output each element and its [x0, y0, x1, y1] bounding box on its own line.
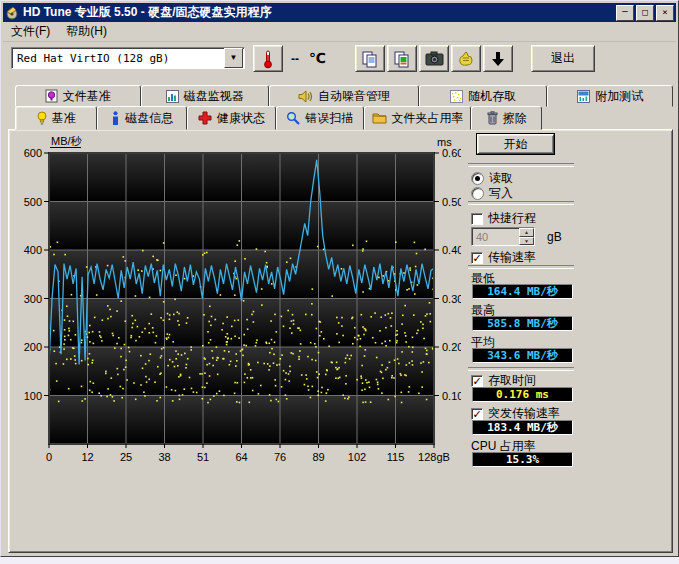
tab-label: 磁盘监视器	[184, 88, 244, 105]
spin-down-icon[interactable]: ▼	[519, 237, 534, 246]
tab-label: 基准	[52, 110, 76, 127]
transfer-rate-row[interactable]: ✓ 传输速率	[471, 249, 536, 266]
tab-label: 随机存取	[468, 88, 516, 105]
separator	[468, 265, 574, 269]
tab-label: 错误扫描	[305, 110, 353, 127]
temperature-value: --	[291, 52, 299, 66]
hand-gear-icon	[457, 50, 475, 68]
speaker-icon	[298, 90, 313, 103]
chevron-down-icon[interactable]: ▼	[224, 48, 243, 68]
screenshot-button[interactable]	[419, 45, 449, 72]
tab-label: 文件基准	[63, 88, 111, 105]
temperature-button[interactable]	[253, 45, 283, 72]
tab-health[interactable]: 健康状态	[187, 106, 275, 130]
thermometer-icon	[262, 49, 274, 69]
svg-text:0.30: 0.30	[442, 293, 461, 305]
start-button[interactable]: 开始	[477, 134, 554, 154]
tab-row-front: 基准 磁盘信息 健康状态 错误扫描	[15, 106, 542, 130]
tab-label: 擦除	[503, 110, 527, 127]
temperature-unit: ℃	[309, 50, 326, 66]
window-bottom-edge	[0, 557, 679, 564]
file-benchmark-icon	[45, 89, 58, 103]
random-dots-icon	[450, 90, 463, 103]
options-button[interactable]	[451, 45, 481, 72]
health-cross-icon	[198, 111, 212, 125]
transfer-rate-label: 传输速率	[488, 249, 536, 266]
short-stroke-spinner[interactable]: 40 ▲ ▼	[471, 227, 535, 246]
drive-select[interactable]: Red Hat VirtIO (128 gB) ▼	[11, 47, 245, 69]
separator	[468, 163, 574, 167]
tab-extra-tests[interactable]: 附加测试	[547, 85, 673, 107]
write-radio-label: 写入	[489, 185, 513, 202]
title-bar: HD Tune 专业版 5.50 - 硬盘/固态硬盘实用程序 ─ □ ×	[3, 3, 676, 22]
app-window: HD Tune 专业版 5.50 - 硬盘/固态硬盘实用程序 ─ □ × 文件(…	[0, 0, 679, 557]
svg-text:0.10: 0.10	[442, 390, 461, 402]
menu-help[interactable]: 帮助(H)	[58, 21, 115, 42]
tab-erase[interactable]: 擦除	[471, 106, 542, 130]
burst-rate-checkbox[interactable]: ✓	[471, 408, 483, 420]
short-stroke-unit: gB	[547, 230, 562, 244]
benchmark-chart: MB/秒ms6005004003002001000.600.500.400.30…	[1, 129, 461, 474]
max-value-display: 585.8 MB/秒	[472, 316, 573, 331]
svg-text:102: 102	[348, 451, 366, 463]
svg-text:0.20: 0.20	[442, 341, 461, 353]
read-radio[interactable]	[471, 172, 484, 185]
separator	[468, 367, 574, 371]
magnifier-icon	[286, 111, 300, 125]
short-stroke-value: 40	[472, 231, 519, 243]
svg-text:89: 89	[312, 451, 324, 463]
hdtune-app-icon	[5, 6, 19, 20]
svg-text:0: 0	[46, 451, 52, 463]
svg-text:128gB: 128gB	[418, 451, 450, 463]
download-results-button[interactable]	[483, 45, 513, 72]
short-stroke-label: 快捷行程	[488, 210, 536, 227]
tab-label: 附加测试	[595, 88, 643, 105]
write-radio[interactable]	[471, 187, 484, 200]
tab-disk-info[interactable]: 磁盘信息	[97, 106, 187, 130]
avg-value-display: 343.6 MB/秒	[472, 348, 573, 363]
svg-text:12: 12	[81, 451, 93, 463]
svg-text:100: 100	[24, 390, 42, 402]
tab-label: 健康状态	[217, 110, 265, 127]
exit-button[interactable]: 退出	[531, 45, 595, 72]
maximize-button[interactable]: □	[636, 5, 654, 21]
svg-text:38: 38	[158, 451, 170, 463]
trash-icon	[487, 111, 498, 125]
menu-file[interactable]: 文件(F)	[3, 21, 58, 42]
down-arrow-icon	[490, 50, 506, 68]
tab-folder-usage[interactable]: 文件夹占用率	[364, 106, 472, 130]
spin-up-icon[interactable]: ▲	[519, 228, 534, 237]
svg-text:25: 25	[120, 451, 132, 463]
write-radio-row[interactable]: 写入	[471, 185, 513, 202]
copy-text-button[interactable]	[355, 45, 385, 72]
camera-icon	[425, 51, 444, 66]
info-icon	[111, 111, 120, 125]
tab-error-scan[interactable]: 错误扫描	[276, 106, 364, 130]
burst-rate-display: 183.4 MB/秒	[472, 420, 573, 435]
close-button[interactable]: ×	[656, 5, 674, 21]
svg-text:0.60: 0.60	[442, 147, 461, 159]
window-title: HD Tune 专业版 5.50 - 硬盘/固态硬盘实用程序	[23, 4, 271, 21]
tab-random-access[interactable]: 随机存取	[419, 85, 547, 107]
transfer-rate-checkbox[interactable]: ✓	[471, 252, 483, 264]
tab-benchmark[interactable]: 基准	[15, 106, 97, 130]
cpu-usage-display: 15.3%	[472, 452, 573, 467]
svg-text:400: 400	[24, 244, 42, 256]
tab-noise-management[interactable]: 自动噪音管理	[269, 85, 420, 107]
lightbulb-icon	[37, 111, 47, 126]
tab-disk-monitor[interactable]: 磁盘监视器	[141, 85, 269, 107]
minimize-button[interactable]: ─	[616, 5, 634, 21]
copy-image-button[interactable]	[387, 45, 417, 72]
short-stroke-row[interactable]: 快捷行程	[471, 210, 536, 227]
menu-bar: 文件(F) 帮助(H)	[3, 22, 676, 42]
min-value-display: 164.4 MB/秒	[472, 284, 573, 299]
tab-label: 文件夹占用率	[392, 110, 464, 127]
svg-text:0.50: 0.50	[442, 196, 461, 208]
tab-label: 自动噪音管理	[318, 88, 390, 105]
short-stroke-checkbox[interactable]	[471, 213, 483, 225]
access-time-checkbox[interactable]: ✓	[471, 375, 483, 387]
svg-text:64: 64	[235, 451, 247, 463]
svg-text:51: 51	[197, 451, 209, 463]
tab-file-benchmark[interactable]: 文件基准	[15, 85, 141, 107]
access-time-display: 0.176 ms	[472, 387, 573, 402]
